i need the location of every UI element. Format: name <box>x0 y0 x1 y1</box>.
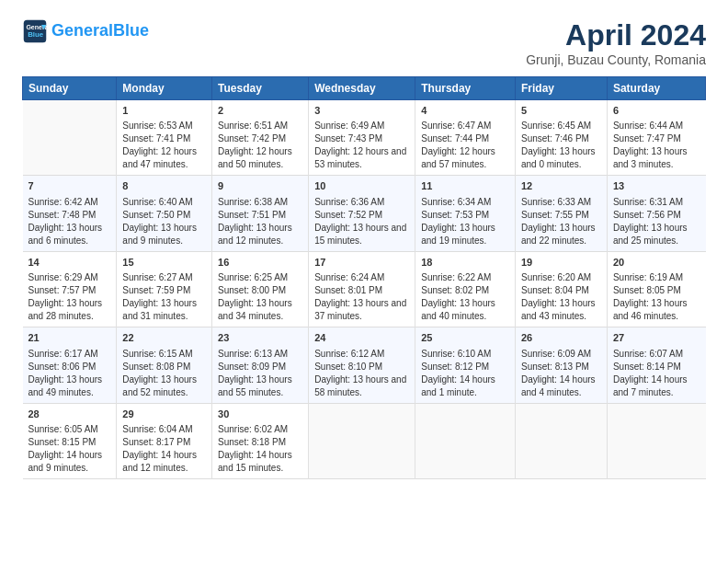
header-monday: Monday <box>117 77 212 100</box>
cell-5-1: 28Sunrise: 6:05 AMSunset: 8:15 PMDayligh… <box>23 403 117 478</box>
sunset: Sunset: 8:12 PM <box>421 362 489 372</box>
calendar-table: Sunday Monday Tuesday Wednesday Thursday… <box>22 76 706 479</box>
cell-5-2: 29Sunrise: 6:04 AMSunset: 8:17 PMDayligh… <box>117 403 212 478</box>
daylight: Daylight: 14 hours and 7 minutes. <box>613 374 688 397</box>
sunset: Sunset: 7:52 PM <box>314 210 382 220</box>
sunrise: Sunrise: 6:17 AM <box>28 349 98 359</box>
sunrise: Sunrise: 6:31 AM <box>613 197 683 207</box>
sunset: Sunset: 8:15 PM <box>28 437 97 447</box>
cell-4-5: 25Sunrise: 6:10 AMSunset: 8:12 PMDayligh… <box>415 327 516 403</box>
logo-general: General <box>51 21 113 40</box>
cell-4-1: 21Sunrise: 6:17 AMSunset: 8:06 PMDayligh… <box>23 327 117 403</box>
sunset: Sunset: 7:55 PM <box>521 210 589 220</box>
sunset: Sunset: 8:10 PM <box>314 362 382 372</box>
sunrise: Sunrise: 6:04 AM <box>122 424 192 434</box>
daylight: Daylight: 13 hours and 22 minutes. <box>521 223 596 246</box>
sunset: Sunset: 8:01 PM <box>314 285 382 295</box>
day-num: 16 <box>218 256 302 270</box>
daylight: Daylight: 13 hours and 6 minutes. <box>28 223 103 246</box>
day-num: 30 <box>218 408 302 421</box>
sunset: Sunset: 8:17 PM <box>122 437 190 447</box>
main-title: April 2024 <box>526 18 706 52</box>
day-num: 7 <box>28 179 111 193</box>
sunrise: Sunrise: 6:24 AM <box>314 272 384 282</box>
day-num: 9 <box>218 179 302 193</box>
daylight: Daylight: 12 hours and 53 minutes. <box>314 146 406 169</box>
sunrise: Sunrise: 6:44 AM <box>613 121 683 131</box>
day-num: 13 <box>613 179 700 193</box>
week-row-4: 21Sunrise: 6:17 AMSunset: 8:06 PMDayligh… <box>23 327 706 403</box>
daylight: Daylight: 12 hours and 57 minutes. <box>421 146 495 169</box>
daylight: Daylight: 14 hours and 1 minute. <box>421 374 495 397</box>
daylight: Daylight: 13 hours and 58 minutes. <box>314 374 406 397</box>
cell-3-1: 14Sunrise: 6:29 AMSunset: 7:57 PMDayligh… <box>23 251 117 327</box>
day-num: 22 <box>122 331 206 345</box>
daylight: Daylight: 14 hours and 9 minutes. <box>28 450 103 473</box>
daylight: Daylight: 13 hours and 3 minutes. <box>613 146 688 169</box>
cell-5-3: 30Sunrise: 6:02 AMSunset: 8:18 PMDayligh… <box>212 403 309 478</box>
sunset: Sunset: 7:51 PM <box>218 210 286 220</box>
daylight: Daylight: 13 hours and 15 minutes. <box>314 223 406 246</box>
logo: General Blue GeneralBlue <box>22 18 149 44</box>
daylight: Daylight: 13 hours and 34 minutes. <box>218 298 292 321</box>
logo-icon: General Blue <box>22 18 48 44</box>
daylight: Daylight: 13 hours and 25 minutes. <box>613 223 688 246</box>
sunset: Sunset: 7:50 PM <box>122 210 190 220</box>
cell-2-2: 8Sunrise: 6:40 AMSunset: 7:50 PMDaylight… <box>117 176 212 251</box>
sunset: Sunset: 8:06 PM <box>28 362 97 372</box>
week-row-1: 1Sunrise: 6:53 AMSunset: 7:41 PMDaylight… <box>23 100 706 176</box>
day-num: 24 <box>314 331 409 345</box>
sunset: Sunset: 8:09 PM <box>218 362 286 372</box>
header-sunday: Sunday <box>23 77 117 100</box>
daylight: Daylight: 13 hours and 43 minutes. <box>521 298 596 321</box>
sunset: Sunset: 8:08 PM <box>122 362 190 372</box>
subtitle: Grunji, Buzau County, Romania <box>526 52 706 67</box>
week-row-3: 14Sunrise: 6:29 AMSunset: 7:57 PMDayligh… <box>23 251 706 327</box>
sunset: Sunset: 8:00 PM <box>218 285 286 295</box>
sunrise: Sunrise: 6:49 AM <box>314 121 384 131</box>
logo-text: GeneralBlue <box>51 22 149 40</box>
logo-blue: Blue <box>113 21 149 40</box>
sunset: Sunset: 8:05 PM <box>613 285 681 295</box>
sunrise: Sunrise: 6:36 AM <box>314 197 384 207</box>
sunrise: Sunrise: 6:51 AM <box>218 121 288 131</box>
day-num: 25 <box>421 331 509 345</box>
cell-2-5: 11Sunrise: 6:34 AMSunset: 7:53 PMDayligh… <box>415 176 516 251</box>
cell-4-6: 26Sunrise: 6:09 AMSunset: 8:13 PMDayligh… <box>515 327 607 403</box>
sunset: Sunset: 7:53 PM <box>421 210 489 220</box>
sunrise: Sunrise: 6:07 AM <box>613 349 683 359</box>
cell-3-5: 18Sunrise: 6:22 AMSunset: 8:02 PMDayligh… <box>415 251 516 327</box>
cell-4-7: 27Sunrise: 6:07 AMSunset: 8:14 PMDayligh… <box>607 327 705 403</box>
day-num: 26 <box>521 331 601 345</box>
sunset: Sunset: 7:41 PM <box>122 133 190 144</box>
day-num: 28 <box>28 408 111 421</box>
daylight: Daylight: 13 hours and 31 minutes. <box>122 298 197 321</box>
cell-5-6 <box>515 403 607 478</box>
sunset: Sunset: 8:13 PM <box>521 362 589 372</box>
sunrise: Sunrise: 6:05 AM <box>28 424 98 434</box>
daylight: Daylight: 13 hours and 19 minutes. <box>421 223 495 246</box>
sunrise: Sunrise: 6:02 AM <box>218 424 288 434</box>
sunrise: Sunrise: 6:13 AM <box>218 349 288 359</box>
cell-1-3: 2Sunrise: 6:51 AMSunset: 7:42 PMDaylight… <box>212 100 309 176</box>
daylight: Daylight: 14 hours and 4 minutes. <box>521 374 596 397</box>
sunset: Sunset: 8:14 PM <box>613 362 681 372</box>
header-thursday: Thursday <box>415 77 516 100</box>
cell-2-6: 12Sunrise: 6:33 AMSunset: 7:55 PMDayligh… <box>515 176 607 251</box>
cell-4-4: 24Sunrise: 6:12 AMSunset: 8:10 PMDayligh… <box>309 327 415 403</box>
day-num: 19 <box>521 256 601 270</box>
sunrise: Sunrise: 6:53 AM <box>122 121 192 131</box>
cell-3-6: 19Sunrise: 6:20 AMSunset: 8:04 PMDayligh… <box>515 251 607 327</box>
sunrise: Sunrise: 6:19 AM <box>613 272 683 282</box>
header: General Blue GeneralBlue April 2024 Grun… <box>22 18 706 67</box>
sunset: Sunset: 7:57 PM <box>28 285 97 295</box>
sunset: Sunset: 8:04 PM <box>521 285 589 295</box>
day-num: 18 <box>421 256 509 270</box>
day-num: 17 <box>314 256 409 270</box>
day-num: 3 <box>314 104 409 118</box>
sunrise: Sunrise: 6:45 AM <box>521 121 591 131</box>
week-row-5: 28Sunrise: 6:05 AMSunset: 8:15 PMDayligh… <box>23 403 706 478</box>
day-num: 11 <box>421 179 509 193</box>
cell-1-5: 4Sunrise: 6:47 AMSunset: 7:44 PMDaylight… <box>415 100 516 176</box>
sunset: Sunset: 8:02 PM <box>421 285 489 295</box>
